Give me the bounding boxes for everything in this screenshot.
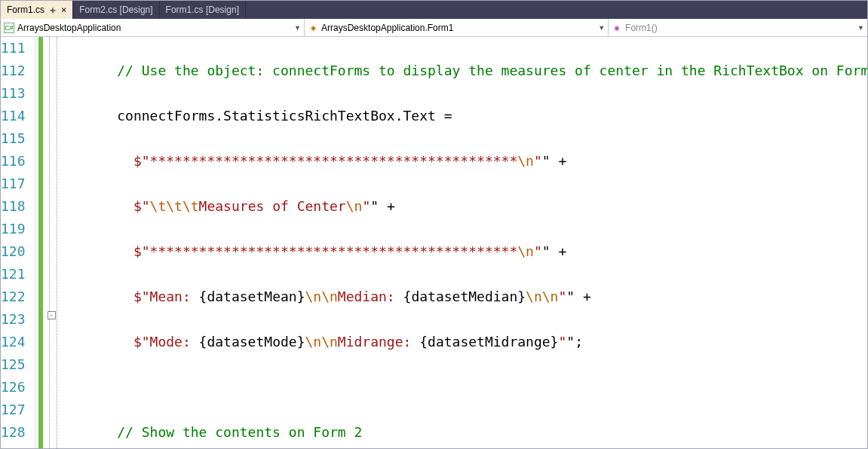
nav-member-dropdown[interactable]: ◉ Form1() ▼: [609, 19, 867, 36]
tab-label: Form1.cs: [7, 5, 44, 15]
nav-member-label: Form1(): [625, 23, 658, 33]
code-line[interactable]: $"**************************************…: [52, 150, 868, 173]
close-icon[interactable]: ×: [61, 5, 66, 15]
code-body[interactable]: // Use the object: connectForms to displ…: [46, 37, 868, 449]
tab-label: Form2.cs [Design]: [79, 5, 152, 15]
tab-form1-design[interactable]: Form1.cs [Design]: [160, 1, 246, 19]
navigation-bar: C# ArraysDesktopApplication ▼ ◆ ArraysDe…: [1, 19, 867, 37]
chevron-down-icon: ▼: [598, 24, 605, 32]
code-line[interactable]: // Use the object: connectForms to displ…: [52, 60, 868, 82]
chevron-down-icon: ▼: [857, 24, 864, 32]
code-line[interactable]: $"Mode: {datasetMode}\n\nMidrange: {data…: [52, 331, 868, 353]
tab-form2-design[interactable]: Form2.cs [Design]: [73, 1, 159, 19]
nav-type-label: ArraysDesktopApplication.Form1: [321, 23, 453, 33]
code-editor[interactable]: 1111121131141151161171181191201211221231…: [1, 37, 867, 449]
line-numbers: 1111121131141151161171181191201211221231…: [1, 37, 35, 449]
nav-scope-label: ArraysDesktopApplication: [17, 23, 121, 33]
nav-scope-dropdown[interactable]: C# ArraysDesktopApplication ▼: [1, 19, 305, 36]
code-line[interactable]: [52, 376, 868, 399]
change-bars: [35, 37, 46, 449]
pin-icon[interactable]: [49, 6, 57, 14]
document-tabs: Form1.cs × Form2.cs [Design] Form1.cs [D…: [1, 1, 867, 19]
code-line[interactable]: $"\t\t\tMeasures of Center\n"" +: [52, 195, 868, 218]
method-icon: ◉: [612, 23, 622, 33]
code-line[interactable]: $"Mean: {datasetMean}\n\nMedian: {datase…: [52, 286, 868, 308]
code-line[interactable]: $"**************************************…: [52, 240, 868, 263]
tab-label: Form1.cs [Design]: [166, 5, 239, 15]
class-icon: ◆: [308, 23, 318, 33]
tab-form1-cs[interactable]: Form1.cs ×: [1, 1, 73, 19]
nav-type-dropdown[interactable]: ◆ ArraysDesktopApplication.Form1 ▼: [305, 19, 609, 36]
chevron-down-icon: ▼: [294, 24, 301, 32]
code-line[interactable]: connectForms.StatisticsRichTextBox.Text …: [52, 105, 868, 127]
code-line[interactable]: // Show the contents on Form 2: [52, 421, 868, 444]
fold-toggle-icon[interactable]: -: [48, 311, 56, 319]
csharp-icon: C#: [4, 23, 14, 33]
